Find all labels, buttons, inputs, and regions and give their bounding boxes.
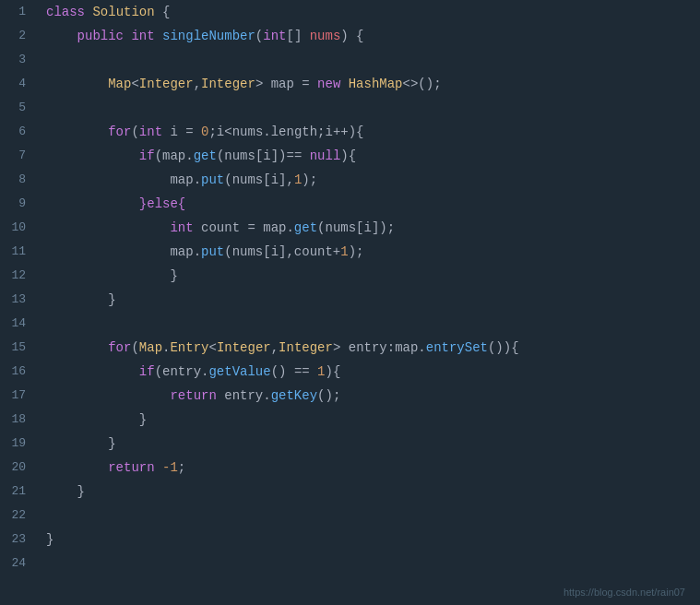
token: entrySet bbox=[426, 340, 488, 355]
token: Solution bbox=[92, 5, 162, 19]
token: 1 bbox=[340, 244, 348, 259]
code-line: } bbox=[46, 528, 700, 552]
code-line: } bbox=[46, 408, 700, 432]
token: ){ bbox=[340, 148, 356, 163]
code-line: } bbox=[46, 264, 700, 288]
token: [] bbox=[286, 29, 309, 43]
token: Integer bbox=[279, 340, 333, 355]
line-number: 24 bbox=[7, 552, 26, 575]
token: ; bbox=[433, 77, 441, 91]
token: Integer bbox=[201, 77, 255, 91]
token: Map bbox=[108, 77, 131, 91]
token: int bbox=[131, 29, 162, 43]
token: int bbox=[170, 220, 201, 235]
token bbox=[46, 364, 139, 379]
watermark: https://blog.csdn.net/rain07 bbox=[564, 587, 685, 598]
token: <>() bbox=[403, 77, 434, 91]
token: (); bbox=[317, 388, 340, 403]
code-line: } bbox=[46, 480, 700, 504]
token bbox=[46, 148, 139, 163]
line-number: 21 bbox=[7, 480, 26, 504]
token bbox=[46, 244, 170, 259]
line-number: 3 bbox=[7, 48, 26, 72]
line-number: 1 bbox=[7, 0, 26, 24]
token: () == bbox=[271, 364, 317, 379]
code-line bbox=[46, 552, 700, 575]
line-number: 12 bbox=[7, 264, 26, 288]
token bbox=[46, 125, 108, 139]
line-number: 9 bbox=[7, 192, 26, 216]
token: put bbox=[201, 172, 224, 187]
token: if bbox=[139, 364, 155, 379]
line-number: 4 bbox=[7, 72, 26, 96]
line-number: 20 bbox=[7, 456, 26, 480]
token: (entry. bbox=[155, 364, 209, 379]
token: public bbox=[46, 29, 131, 43]
token: null bbox=[310, 148, 341, 163]
line-number: 23 bbox=[7, 528, 26, 552]
code-line bbox=[46, 504, 700, 528]
token: } bbox=[170, 268, 177, 283]
token bbox=[46, 268, 170, 283]
code-line bbox=[46, 312, 700, 336]
token: getValue bbox=[208, 364, 270, 379]
code-line: for(Map.Entry<Integer,Integer> entry:map… bbox=[46, 336, 700, 360]
code-line bbox=[46, 48, 700, 72]
line-number: 8 bbox=[7, 168, 26, 192]
token: < bbox=[131, 77, 138, 91]
token: return bbox=[170, 388, 224, 403]
line-number: 2 bbox=[7, 24, 26, 48]
code-line: int count = map.get(nums[i]); bbox=[46, 216, 700, 240]
token: > map = bbox=[255, 77, 317, 91]
token: entry. bbox=[224, 388, 270, 403]
code-editor: 123456789101112131415161718192021222324 … bbox=[0, 0, 700, 605]
code-line: }else{ bbox=[46, 192, 700, 216]
code-line: for(int i = 0;i<nums.length;i++){ bbox=[46, 120, 700, 144]
token: map. bbox=[170, 244, 201, 259]
token bbox=[46, 196, 139, 211]
token: count = map. bbox=[201, 220, 294, 235]
token: -1 bbox=[162, 460, 178, 475]
token: (nums[i])== bbox=[217, 148, 310, 163]
token: ( bbox=[255, 29, 263, 43]
token: getKey bbox=[271, 388, 317, 403]
token: (map. bbox=[155, 148, 194, 163]
token: { bbox=[162, 5, 170, 19]
token bbox=[46, 484, 77, 499]
token: singleNumber bbox=[162, 29, 255, 43]
token: nums bbox=[310, 29, 341, 43]
code-content: class Solution { public int singleNumber… bbox=[37, 0, 700, 605]
token bbox=[46, 412, 139, 427]
line-numbers: 123456789101112131415161718192021222324 bbox=[0, 0, 37, 605]
line-number: 6 bbox=[7, 120, 26, 144]
token bbox=[46, 220, 170, 235]
token: for bbox=[108, 125, 131, 139]
token: ) { bbox=[340, 29, 363, 43]
token: Integer bbox=[139, 77, 194, 91]
token: class bbox=[46, 5, 92, 19]
token: ;i<nums.length;i++){ bbox=[208, 125, 363, 139]
token: Map bbox=[139, 340, 162, 355]
token bbox=[46, 77, 108, 91]
code-line: Map<Integer,Integer> map = new HashMap<>… bbox=[46, 72, 700, 96]
token: , bbox=[271, 340, 279, 355]
line-number: 17 bbox=[7, 384, 26, 408]
token: (nums[i]); bbox=[317, 220, 395, 235]
line-number: 19 bbox=[7, 432, 26, 456]
token: return bbox=[108, 460, 162, 475]
code-line bbox=[46, 96, 700, 120]
token: ()){ bbox=[488, 340, 519, 355]
token: new bbox=[317, 77, 349, 91]
code-line: } bbox=[46, 288, 700, 312]
token: get bbox=[294, 220, 317, 235]
line-number: 14 bbox=[7, 312, 26, 336]
token bbox=[46, 292, 108, 307]
token: } bbox=[108, 436, 115, 451]
line-number: 10 bbox=[7, 216, 26, 240]
line-number: 16 bbox=[7, 360, 26, 384]
code-line: map.put(nums[i],1); bbox=[46, 168, 700, 192]
token: ; bbox=[178, 460, 185, 475]
line-number: 7 bbox=[7, 144, 26, 168]
line-number: 13 bbox=[7, 288, 26, 312]
token bbox=[46, 436, 108, 451]
